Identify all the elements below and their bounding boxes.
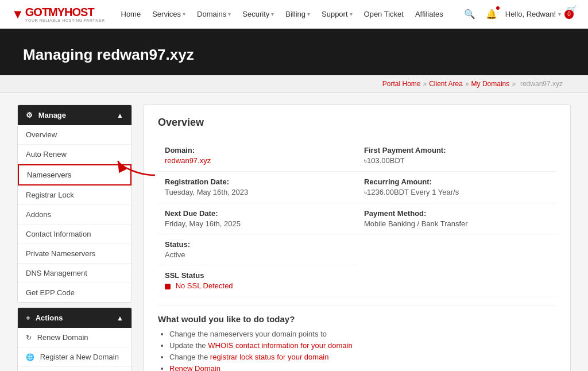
breadcrumb-sep-1: » [423,80,427,88]
user-menu[interactable]: Hello, Redwan! ▾ [505,10,561,18]
domain-link[interactable]: redwan97.xyz [165,156,211,165]
actions-chevron-icon: ▲ [117,314,123,322]
nav-item-domains[interactable]: Domains ▾ [192,6,235,22]
breadcrumb-portal-home[interactable]: Portal Home [382,80,421,88]
nav-item-services[interactable]: Services ▾ [148,6,190,22]
reg-date-label: Registration Date: [165,177,350,186]
nav-link-domains[interactable]: Domains ▾ [192,6,235,22]
sidebar-item-registrar-lock[interactable]: Registrar Lock [18,186,131,205]
nav-item-security[interactable]: Security ▾ [238,6,278,22]
sidebar-item-register-new-domain[interactable]: 🌐 Register a New Domain [18,347,131,367]
nav-link-security[interactable]: Security ▾ [238,6,278,22]
nav-item-billing[interactable]: Billing ▾ [281,6,315,22]
sidebar-manage-header[interactable]: ⚙ Manage ▲ [18,105,131,125]
nav-link-home[interactable]: Home [117,6,146,22]
breadcrumb: Portal Home » Client Area » My Domains »… [0,75,588,93]
dropdown-arrow: ▾ [307,11,310,17]
globe-icon: 🌐 [26,353,34,361]
breadcrumb-sep-3: » [512,80,516,88]
whois-contact-link[interactable]: WHOIS contact information for your domai… [208,341,352,350]
sidebar-item-get-epp-code[interactable]: Get EPP Code [18,283,131,302]
notifications-button[interactable]: 🔔 [483,6,500,22]
sidebar-item-dns-management[interactable]: DNS Management [18,264,131,283]
sidebar-actions-section: + Actions ▲ ↻ Renew Domain 🌐 Register a … [17,307,132,371]
dropdown-arrow: ▾ [183,11,185,17]
overview-first-payment: First Payment Amount: ৳103.00BDT [357,140,556,172]
sidebar-item-private-nameservers[interactable]: Private Nameservers [18,244,131,264]
renew-icon: ↻ [26,334,32,342]
breadcrumb-current: redwan97.xyz [520,80,563,88]
breadcrumb-sep-2: » [465,80,469,88]
domain-value: redwan97.xyz [165,156,350,165]
nav-item-affiliates[interactable]: Affiliates [411,6,448,22]
breadcrumb-client-area[interactable]: Client Area [429,80,463,88]
nav-link-open-ticket[interactable]: Open Ticket [359,6,408,22]
register-domain-label: Register a New Domain [40,353,119,361]
page-header: Managing redwan97.xyz [0,29,588,75]
overview-status: Status: Active [158,234,357,265]
overview-payment-method: Payment Method: Mobile Banking / Bank Tr… [357,203,556,234]
manage-chevron-icon: ▲ [117,111,123,119]
ssl-link[interactable]: No SSL Detected [176,281,233,290]
nav-item-open-ticket[interactable]: Open Ticket [359,6,408,22]
what-todo-item-2: Update the WHOIS contact information for… [169,341,556,350]
logo[interactable]: ▼ GOTMYHOST YOUR RELIABLE HOSTING PARTNE… [11,6,105,23]
nav-link-services[interactable]: Services ▾ [148,6,190,22]
overview-ssl: SSL Status No SSL Detected [158,265,556,296]
dropdown-arrow: ▾ [350,11,353,17]
what-todo-item-3-prefix: Change the [169,353,210,361]
what-todo-section: What would you like to do today? Change … [158,306,556,371]
payment-method-label: Payment Method: [364,209,550,218]
renew-domain-link[interactable]: Renew Domain [169,364,220,371]
breadcrumb-my-domains[interactable]: My Domains [471,80,510,88]
sidebar-item-nameservers[interactable]: Nameservers [18,164,131,186]
nav-menu: Home Services ▾ Domains ▾ Security ▾ Bil… [117,6,462,22]
search-button[interactable]: 🔍 [462,6,478,22]
what-todo-item-1-text: Change the nameservers your domain point… [169,330,327,338]
overview-heading: Overview [158,117,556,129]
nav-link-affiliates[interactable]: Affiliates [411,6,448,22]
ssl-indicator-icon [165,284,171,289]
sidebar: ⚙ Manage ▲ Overview Auto Renew Nameserve… [17,105,132,371]
next-due-value: Friday, May 16th, 2025 [165,219,350,228]
user-dropdown-arrow: ▾ [558,11,561,17]
nav-item-support[interactable]: Support ▾ [317,6,357,22]
sidebar-item-overview[interactable]: Overview [18,125,131,145]
ssl-label: SSL Status [165,271,550,280]
nav-link-billing[interactable]: Billing ▾ [281,6,315,22]
sidebar-item-auto-renew[interactable]: Auto Renew [18,145,131,164]
recurring-label: Recurring Amount: [364,177,550,186]
sidebar-item-renew-domain[interactable]: ↻ Renew Domain [18,328,131,347]
sidebar-actions-header[interactable]: + Actions ▲ [18,308,131,328]
manage-section-title: Manage [38,111,66,119]
reg-date-value: Tuesday, May 16th, 2023 [165,188,350,196]
actions-section-title: Actions [36,314,63,322]
logo-icon: ▼ [11,7,24,22]
what-todo-item-1: Change the nameservers your domain point… [169,330,556,338]
what-todo-item-3: Change the registrar lock status for you… [169,353,556,361]
overview-grid: Domain: redwan97.xyz First Payment Amoun… [158,140,556,296]
overview-domain: Domain: redwan97.xyz [158,140,357,172]
user-greeting: Hello, Redwan! [505,10,556,18]
sidebar-item-transfer-domain[interactable]: ↪ Transfer in a Domain [18,367,131,371]
domain-label: Domain: [165,146,350,154]
main-navbar: ▼ GOTMYHOST YOUR RELIABLE HOSTING PARTNE… [0,0,588,29]
brand-name: GOTMYHOST [25,6,105,18]
nav-link-support[interactable]: Support ▾ [317,6,357,22]
renew-domain-label: Renew Domain [37,333,88,342]
cart-button[interactable]: 🛒 0 [567,5,577,24]
sidebar-item-addons[interactable]: Addons [18,205,131,225]
brand-tagline: YOUR RELIABLE HOSTING PARTNER [25,18,105,23]
sidebar-item-contact-information[interactable]: Contact Information [18,225,131,244]
status-label: Status: [165,240,350,249]
registrar-lock-link[interactable]: registrar lock status for your domain [210,353,329,361]
sidebar-manage-section: ⚙ Manage ▲ Overview Auto Renew Nameserve… [17,105,132,303]
first-payment-label: First Payment Amount: [364,146,550,154]
overview-reg-date: Registration Date: Tuesday, May 16th, 20… [158,172,357,203]
first-payment-value: ৳103.00BDT [364,156,550,165]
nav-item-home[interactable]: Home [117,6,146,22]
ssl-value: No SSL Detected [165,281,550,290]
status-value: Active [165,250,350,259]
dropdown-arrow: ▾ [271,11,274,17]
what-todo-item-4: Renew Domain [169,364,556,371]
